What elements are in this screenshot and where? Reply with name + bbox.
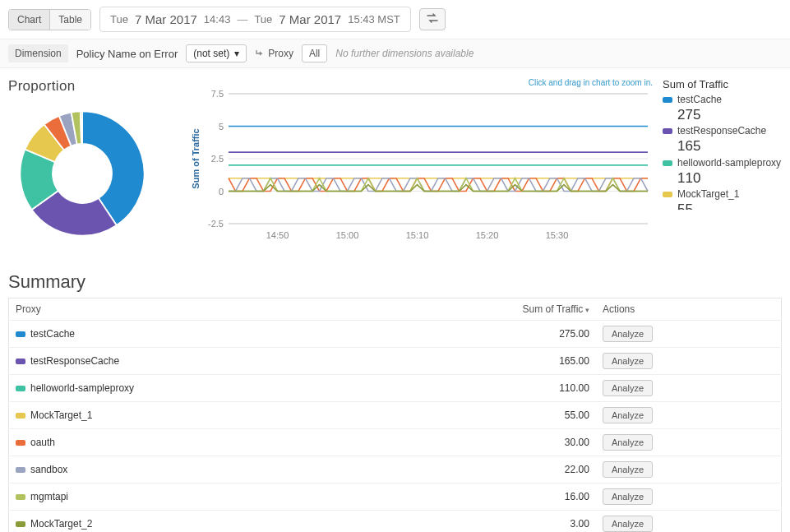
dimension-all-button[interactable]: All [302,44,327,62]
legend-pip [663,128,672,134]
col-actions: Actions [596,298,782,321]
table-tab-button[interactable]: Table [49,10,90,30]
dimension-breadcrumb: Proxy [255,48,293,59]
date-from-day: Tue [110,13,128,25]
analyze-button[interactable]: Analyze [603,353,653,369]
summary-section: Summary Proxy Sum of Traffic ▾ Actions t… [0,255,790,532]
legend-text: testResponseCache165 [677,125,766,155]
svg-text:0: 0 [219,187,224,197]
proxy-cell: MockTarget_2 [9,511,441,533]
dimension-dropdown[interactable]: (not set) ▾ [186,44,247,62]
analyze-button[interactable]: Analyze [603,434,653,451]
proxy-cell: oauth [9,429,441,456]
chart-tab-button[interactable]: Chart [9,10,49,30]
actions-cell: Analyze [596,511,782,533]
date-to-time: 15:43 MST [348,13,400,25]
svg-text:5: 5 [219,122,224,132]
legend-text: MockTarget_155 [677,188,739,210]
main-area: Proportion Click and drag in chart to zo… [0,68,790,255]
line-chart[interactable]: -2.502.557.514:5015:0015:1015:2015:30Sum… [187,87,656,243]
summary-title: Summary [8,271,782,293]
actions-cell: Analyze [596,483,782,511]
table-row: testResponseCache165.00Analyze [9,348,782,375]
proportion-panel: Proportion [8,78,181,250]
svg-text:7.5: 7.5 [211,89,224,99]
legend-item: testResponseCache165 [663,125,790,155]
dimension-hint: No further dimensions available [335,48,474,59]
breadcrumb-proxy: Proxy [268,48,293,59]
proxy-color-dot [16,494,25,500]
legend-pip [663,192,672,197]
proxy-cell: mgmtapi [9,483,441,511]
date-to-main: 7 Mar 2017 [279,12,341,26]
legend-title: Sum of Traffic [663,78,790,90]
table-row: MockTarget_155.00Analyze [9,402,782,429]
swap-icon [427,13,438,25]
proxy-cell: sandbox [9,456,441,483]
analyze-button[interactable]: Analyze [603,326,653,342]
analyze-button[interactable]: Analyze [603,461,653,478]
traffic-legend: Sum of Traffic testCache275testResponseC… [663,78,790,210]
traffic-cell: 165.00 [441,348,596,375]
dimension-bar: Dimension Policy Name on Error (not set)… [0,39,790,68]
svg-text:15:10: 15:10 [406,230,429,240]
proxy-cell: helloworld-sampleproxy [9,375,441,402]
svg-text:-2.5: -2.5 [208,219,224,229]
view-toggle: Chart Table [8,9,91,30]
proxy-color-dot [16,359,25,364]
svg-text:15:00: 15:00 [336,230,359,240]
traffic-cell: 3.00 [441,511,596,533]
table-row: MockTarget_23.00Analyze [9,511,782,533]
date-to-day: Tue [254,13,272,25]
analyze-button[interactable]: Analyze [603,516,653,532]
svg-text:2.5: 2.5 [211,154,224,164]
proportion-title: Proportion [8,78,181,95]
proxy-cell: testCache [9,321,441,348]
proxy-color-dot [16,467,25,473]
svg-text:Sum of Traffic: Sum of Traffic [191,128,201,188]
traffic-cell: 55.00 [441,402,596,429]
svg-text:15:30: 15:30 [546,230,569,240]
actions-cell: Analyze [596,348,782,375]
proxy-cell: MockTarget_1 [9,402,441,429]
table-row: oauth30.00Analyze [9,429,782,456]
proxy-color-dot [16,331,25,337]
traffic-cell: 22.00 [441,456,596,483]
date-separator: — [237,13,247,25]
proxy-color-dot [16,440,25,446]
actions-cell: Analyze [596,456,782,483]
proxy-color-dot [16,386,25,391]
analyze-button[interactable]: Analyze [603,488,653,505]
date-range-picker[interactable]: Tue 7 Mar 2017 14:43 — Tue 7 Mar 2017 15… [99,7,411,32]
dimension-label: Dimension [8,44,68,62]
actions-cell: Analyze [596,429,782,456]
proxy-cell: testResponseCache [9,348,441,375]
actions-cell: Analyze [596,375,782,402]
svg-text:15:20: 15:20 [476,230,499,240]
refresh-button[interactable] [419,8,446,30]
dimension-policy: Policy Name on Error [76,48,178,60]
summary-table: Proxy Sum of Traffic ▾ Actions testCache… [8,298,782,532]
traffic-cell: 30.00 [441,429,596,456]
actions-cell: Analyze [596,321,782,348]
legend-text: testCache275 [677,94,722,123]
sort-desc-icon: ▾ [583,306,589,314]
analyze-button[interactable]: Analyze [603,380,653,396]
legend-item: MockTarget_155 [663,188,790,210]
traffic-cell: 275.00 [441,321,596,348]
legend-item: helloworld-sampleproxy110 [663,157,790,187]
zoom-hint: Click and drag in chart to zoom in. [187,78,653,87]
svg-text:14:50: 14:50 [266,230,289,240]
traffic-cell: 110.00 [441,375,596,402]
proxy-color-dot [16,413,25,419]
top-toolbar: Chart Table Tue 7 Mar 2017 14:43 — Tue 7… [0,0,790,39]
table-row: mgmtapi16.00Analyze [9,483,782,511]
date-from-time: 14:43 [204,13,231,25]
analyze-button[interactable]: Analyze [603,407,653,423]
legend-text: helloworld-sampleproxy110 [677,157,781,187]
donut-chart[interactable] [8,99,181,250]
chevron-down-icon: ▾ [234,48,239,59]
table-row: sandbox22.00Analyze [9,456,782,483]
col-traffic[interactable]: Sum of Traffic ▾ [441,298,596,321]
col-proxy[interactable]: Proxy [9,298,441,321]
